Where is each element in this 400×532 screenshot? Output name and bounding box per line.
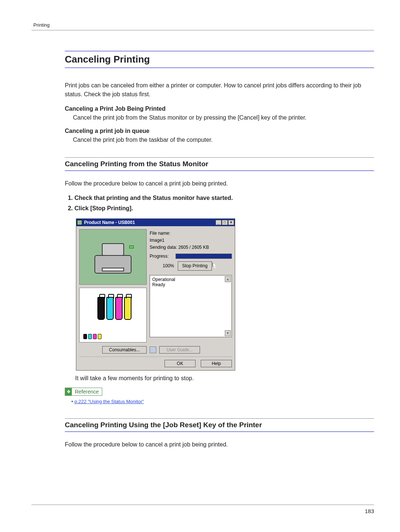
status-line-1: Operational [152, 277, 229, 282]
progress-bar [176, 254, 232, 259]
intro-paragraph: Print jobs can be canceled from either a… [65, 81, 374, 99]
step-2: Click [Stop Printing]. [74, 205, 374, 212]
ink-yellow-icon [124, 297, 131, 320]
mini-ink-cyan-icon [88, 334, 92, 339]
consumables-button[interactable]: Consumables... [102, 346, 147, 354]
subbody-printed: Cancel the print job from the Status mon… [73, 114, 374, 121]
ink-levels-panel [79, 288, 147, 342]
running-header: Printing [31, 22, 374, 28]
sm-window-title: Product Name - USB001 [84, 220, 215, 225]
stop-printing-button[interactable]: Stop Printing [178, 261, 212, 271]
ok-button[interactable]: OK [164, 360, 196, 367]
subbody-queue: Cancel the print job from the taskbar of… [73, 137, 374, 143]
status-line-2: Ready [152, 282, 229, 287]
reference-icon: ❖ [65, 388, 72, 395]
window-icon [77, 220, 82, 225]
page-number: 183 [365, 508, 374, 514]
sending-data: Sending data: 2605 / 2605 KB [150, 244, 232, 251]
status-monitor-window: Product Name - USB001 _ □ × [76, 218, 235, 371]
help-button[interactable]: Help [201, 360, 232, 367]
h2a-lead: Follow the procedure below to cancel a p… [65, 179, 374, 188]
step-1: Check that printing and the Status monit… [74, 195, 374, 201]
maximize-button[interactable]: □ [222, 220, 228, 225]
mini-ink-black-icon [83, 334, 87, 339]
h2-status-monitor: Canceling Printing from the Status Monit… [65, 157, 374, 171]
reference-link[interactable]: p.222 "Using the Status Monitor" [74, 399, 144, 404]
guide-icon [150, 347, 156, 353]
subhead-queue: Canceling a print job in queue [65, 128, 374, 134]
ink-black-icon [97, 297, 105, 320]
printer-illustration [79, 229, 147, 285]
file-name-label: File name: [150, 230, 232, 237]
steps-list: Check that printing and the Status monit… [65, 195, 374, 212]
file-name-value: Image1 [150, 237, 232, 244]
top-rule [31, 30, 374, 30]
ink-magenta-icon [115, 297, 123, 320]
reference-label: Reference [72, 389, 102, 395]
minimize-button[interactable]: _ [216, 220, 221, 225]
sm-titlebar: Product Name - USB001 _ □ × [76, 219, 235, 226]
close-button[interactable]: × [228, 220, 234, 225]
progress-value: 100% [150, 262, 174, 270]
sm-info-panel: File name: Image1 Sending data: 2605 / 2… [150, 229, 232, 271]
subhead-printed: Canceling a Print Job Being Printed [65, 106, 374, 112]
h2-status-monitor-title: Canceling Printing from the Status Monit… [65, 160, 374, 168]
printer-icon [91, 240, 135, 274]
h2-job-reset: Canceling Printing Using the [Job Reset]… [65, 418, 374, 432]
user-guide-button[interactable]: User Guide... [159, 346, 200, 354]
status-text-box: Operational Ready ▲ ▼ [150, 275, 232, 337]
page-footer: 183 [31, 505, 374, 514]
progress-fill [176, 254, 231, 258]
post-step-note: It will take a few moments for printing … [75, 375, 374, 382]
reference-list: p.222 "Using the Status Monitor" [65, 399, 374, 404]
scroll-up-button[interactable]: ▲ [225, 276, 231, 282]
progress-label: Progress: [150, 253, 174, 260]
h2-job-reset-title: Canceling Printing Using the [Job Reset]… [65, 421, 374, 429]
page-title: Canceling Printing [65, 54, 374, 65]
h2b-lead: Follow the procedure below to cancel a p… [65, 440, 374, 449]
mini-ink-magenta-icon [93, 334, 97, 339]
mini-ink-yellow-icon [98, 334, 101, 339]
scroll-down-button[interactable]: ▼ [225, 330, 231, 336]
reference-badge: ❖ Reference [65, 388, 102, 396]
h1-block: Canceling Printing [65, 51, 374, 68]
ink-cyan-icon [106, 297, 114, 320]
